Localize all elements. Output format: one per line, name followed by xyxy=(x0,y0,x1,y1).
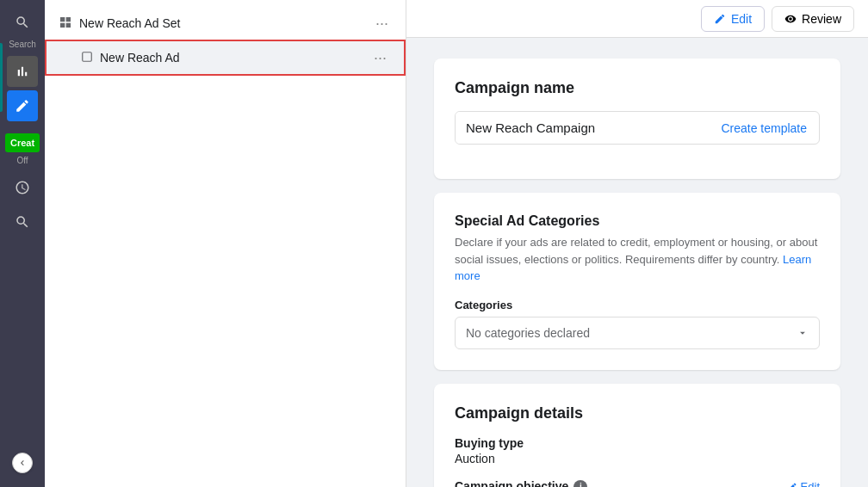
ad-set-icon xyxy=(59,15,72,32)
sidebar-icons: Search Creat Off xyxy=(0,0,45,487)
buying-type-label: Buying type xyxy=(455,436,820,450)
ad-set-dots[interactable]: ··· xyxy=(372,14,392,33)
off-label: Off xyxy=(16,156,28,165)
objective-info-icon[interactable]: i xyxy=(574,480,587,488)
dropdown-chevron-icon xyxy=(797,327,809,339)
top-bar: Edit Review xyxy=(406,0,868,38)
special-ad-description: Declare if your ads are related to credi… xyxy=(455,234,820,285)
buying-type-value: Auction xyxy=(455,452,820,465)
edit-pencil-icon xyxy=(714,13,726,25)
sidebar-item-search[interactable] xyxy=(7,7,38,38)
create-label[interactable]: Creat xyxy=(5,133,40,152)
bar-chart-icon xyxy=(15,64,30,79)
edit-button[interactable]: Edit xyxy=(701,6,765,32)
campaign-details-card: Campaign details Buying type Auction Cam… xyxy=(434,384,840,488)
campaign-name-field-group: Create template xyxy=(455,111,820,145)
nav-item-ad-set[interactable]: New Reach Ad Set ··· xyxy=(45,7,406,40)
buying-type-row: Buying type Auction xyxy=(455,436,820,465)
special-ad-categories-card: Special Ad Categories Declare if your ad… xyxy=(434,193,840,370)
search-icon xyxy=(15,15,30,30)
main-content: Edit Review Campaign name Create templat… xyxy=(406,0,868,487)
nav-item-ad[interactable]: New Reach Ad ··· xyxy=(45,40,406,76)
campaign-name-field-row: Create template xyxy=(455,111,820,145)
campaign-details-title: Campaign details xyxy=(455,404,820,422)
create-btn[interactable]: Creat xyxy=(5,130,40,152)
campaign-name-title: Campaign name xyxy=(455,79,820,97)
svg-rect-0 xyxy=(83,52,92,61)
nav-item-ad-left: New Reach Ad xyxy=(81,51,180,65)
sidebar-item-edit[interactable] xyxy=(7,90,38,121)
teal-accent-bar xyxy=(0,43,3,112)
magnify-icon xyxy=(15,214,30,230)
ad-set-label: New Reach Ad Set xyxy=(79,16,181,30)
nav-item-ad-set-left: New Reach Ad Set xyxy=(59,15,181,32)
review-button[interactable]: Review xyxy=(772,6,854,32)
search-label: Search xyxy=(9,40,36,49)
content-area: Campaign name Create template Special Ad… xyxy=(406,38,868,487)
ad-dots[interactable]: ··· xyxy=(370,48,390,67)
campaign-name-input[interactable] xyxy=(456,112,709,144)
create-template-link[interactable]: Create template xyxy=(709,113,819,144)
objective-label: Campaign objective xyxy=(455,479,568,488)
ad-label: New Reach Ad xyxy=(100,51,180,65)
ad-square-icon xyxy=(81,51,93,63)
objective-edit-icon xyxy=(787,482,797,488)
grid-icon xyxy=(59,15,72,29)
sidebar-item-barchart[interactable] xyxy=(7,56,38,87)
categories-dropdown[interactable]: No categories declared xyxy=(455,317,820,349)
nav-panel: New Reach Ad Set ··· New Reach Ad ··· xyxy=(45,0,406,487)
categories-label: Categories xyxy=(455,299,820,311)
campaign-name-card: Campaign name Create template xyxy=(434,59,840,179)
sidebar-item-clock[interactable] xyxy=(7,172,38,203)
chevron-left-icon xyxy=(17,458,28,468)
objective-header-row: Campaign objective i Edit xyxy=(455,479,820,488)
objective-edit-link[interactable]: Edit xyxy=(787,480,820,487)
special-ad-title: Special Ad Categories xyxy=(455,213,820,229)
nav-panel-inner: New Reach Ad Set ··· New Reach Ad ··· xyxy=(45,0,406,83)
ad-icon xyxy=(81,51,93,65)
campaign-objective-row: Campaign objective i Edit Reach xyxy=(455,479,820,488)
sidebar-item-magnify[interactable] xyxy=(7,207,38,237)
eye-icon xyxy=(784,13,797,25)
categories-value: No categories declared xyxy=(466,326,590,340)
edit-icon xyxy=(15,98,30,114)
collapse-sidebar-button[interactable] xyxy=(12,453,33,473)
clock-icon xyxy=(15,180,30,195)
